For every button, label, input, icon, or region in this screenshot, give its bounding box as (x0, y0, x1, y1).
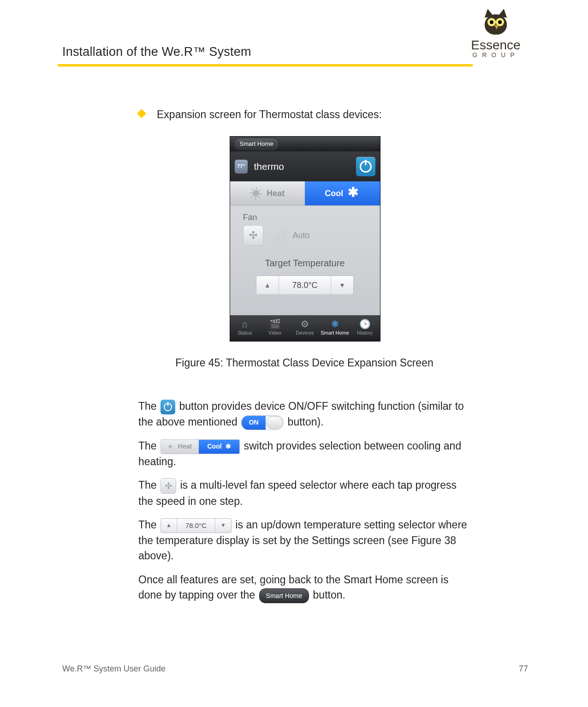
footer-page-number: 77 (519, 664, 528, 674)
power-icon (164, 403, 172, 411)
tab-status[interactable]: ⌂Status (230, 315, 260, 341)
fan-icon: ✣ (165, 480, 172, 492)
phone-screenshot: Smart Home 77° thermo Heat Cool Fan ✣ (230, 136, 380, 342)
figure-caption: Figure 45: Thermostat Class Device Expan… (138, 355, 470, 371)
gear-icon: ⚙ (301, 319, 309, 329)
para-back: Once all features are set, going back to… (138, 572, 470, 603)
tab-video[interactable]: 🎬Video (260, 315, 290, 341)
fan-icon: ✣ (249, 228, 257, 243)
device-name-label: thermo (254, 160, 356, 174)
owl-icon (482, 12, 510, 37)
power-button[interactable] (356, 157, 375, 176)
inline-heat-segment[interactable]: Heat (161, 440, 199, 454)
fan-section-label: Fan (230, 206, 380, 225)
cool-segment[interactable]: Cool (305, 181, 380, 205)
para-heatcool: The Heat Cool switch provides selection … (138, 438, 470, 469)
inline-temp-value: 78.0°C (177, 519, 215, 533)
on-label: ON (242, 416, 266, 430)
temp-down-button[interactable]: ▼ (331, 276, 353, 294)
para-power: The button provides device ON/OFF switch… (138, 399, 470, 430)
snowflake-icon (348, 187, 360, 199)
back-pill-smart-home[interactable]: Smart Home (234, 138, 279, 151)
temp-up-button[interactable]: ▲ (256, 276, 279, 294)
thermostat-icon: 77° (235, 160, 248, 174)
smarthome-icon: ❋ (331, 319, 339, 329)
footer-doc-title: We.R™ System User Guide (62, 664, 166, 674)
inline-cool-segment[interactable]: Cool (199, 440, 239, 454)
power-icon (360, 161, 372, 173)
fan-auto-label: Auto (293, 229, 310, 241)
tab-bar: ⌂Status 🎬Video ⚙Devices ❋Smart Home 🕒His… (230, 315, 380, 341)
video-icon: 🎬 (269, 319, 281, 329)
inline-temp-down[interactable]: ▼ (215, 519, 231, 533)
page-footer: We.R™ System User Guide 77 (62, 664, 528, 674)
home-icon: ⌂ (242, 319, 248, 329)
bullet-text: Expansion screen for Thermostat class de… (157, 108, 382, 120)
target-temp-label: Target Temperature (230, 257, 380, 270)
inline-power-button[interactable] (160, 400, 175, 414)
inline-temperature-stepper[interactable]: ▲ 78.0°C ▼ (160, 518, 232, 533)
tab-devices[interactable]: ⚙Devices (290, 315, 320, 341)
sun-icon (250, 187, 262, 199)
brand-subtitle: GROUP (463, 51, 528, 59)
diamond-bullet-icon (137, 109, 146, 118)
inline-fan-button[interactable]: ✣ (160, 478, 176, 494)
inline-temp-up[interactable]: ▲ (161, 519, 177, 533)
brand-logo: Essence GROUP (463, 12, 528, 59)
temperature-stepper[interactable]: ▲ 78.0°C ▼ (256, 276, 354, 295)
inline-on-toggle[interactable]: ON (241, 415, 284, 430)
clock-icon: 🕒 (359, 319, 371, 329)
para-fan: The ✣ is a multi-level fan speed selecto… (138, 478, 470, 509)
heat-cool-switch[interactable]: Heat Cool (230, 181, 380, 206)
tab-history[interactable]: 🕒History (350, 315, 380, 341)
toggle-knob (266, 416, 283, 429)
inline-heat-cool-switch[interactable]: Heat Cool (160, 439, 240, 454)
tab-smart-home[interactable]: ❋Smart Home (320, 315, 350, 341)
device-header-row: 77° thermo (230, 151, 380, 181)
inline-smart-home-pill[interactable]: Smart Home (259, 588, 309, 603)
app-topbar: Smart Home (230, 137, 380, 151)
header-rule (58, 64, 473, 66)
fan-speed-button[interactable]: ✣ (243, 225, 263, 246)
sun-icon (168, 444, 172, 449)
fan-level-bars (271, 230, 285, 241)
heat-segment[interactable]: Heat (230, 181, 305, 205)
para-stepper: The ▲ 78.0°C ▼ is an up/down temperature… (138, 517, 470, 564)
brand-name: Essence (463, 38, 528, 53)
doc-section-title: Installation of the We.R™ System (62, 45, 251, 59)
bullet-item: Expansion screen for Thermostat class de… (138, 107, 470, 122)
temp-value: 78.0°C (279, 276, 331, 294)
